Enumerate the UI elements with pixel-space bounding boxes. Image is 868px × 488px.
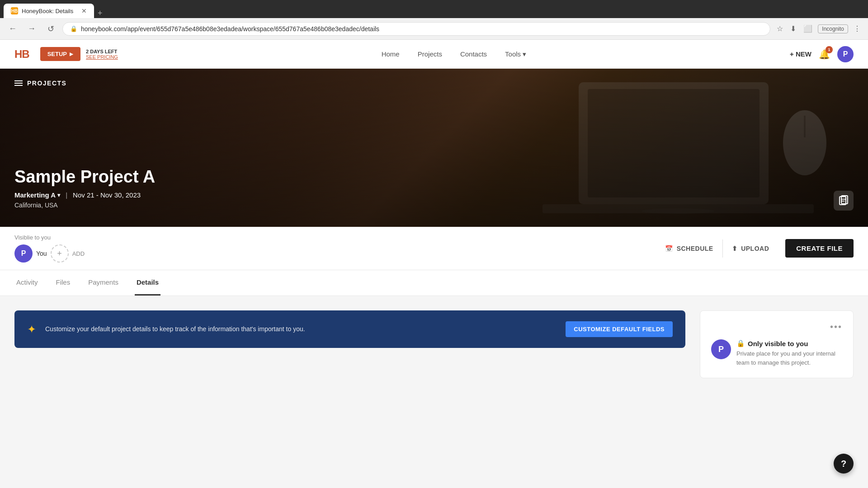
panel-avatar: P <box>711 339 731 359</box>
hero-action-button[interactable] <box>834 191 854 211</box>
upload-icon: ⬆ <box>732 245 738 252</box>
tab-close-button[interactable]: ✕ <box>81 7 87 14</box>
hero-meta: Markerting A ▾ | Nov 21 - Nov 30, 2023 <box>14 191 155 199</box>
toolbar-icons: ☆ ⬇ ⬜ Incognito ⋮ <box>775 23 863 35</box>
panel-dots-menu[interactable]: ••• <box>830 322 842 332</box>
panel-lock-icon: 🔒 <box>736 339 745 347</box>
date-range: Nov 21 - Nov 30, 2023 <box>73 191 141 199</box>
app-header: HB SETUP ▶ 2 DAYS LEFT SEE PRICING Home … <box>0 40 868 69</box>
customize-default-fields-button[interactable]: CUSTOMIZE DEFAULT FIELDS <box>566 321 673 337</box>
notifications-button[interactable]: 🔔 1 <box>819 49 830 60</box>
reload-button[interactable]: ↺ <box>43 22 58 36</box>
nav-tools[interactable]: Tools ▾ <box>505 50 526 58</box>
forward-button[interactable]: → <box>24 22 39 36</box>
hamburger-icon[interactable] <box>14 80 23 86</box>
user-avatar[interactable]: P <box>837 46 854 62</box>
panel-user: P 🔒 Only visible to you Private place fo… <box>711 339 842 367</box>
setup-arrow-icon: ▶ <box>70 52 73 56</box>
you-label: You <box>36 250 47 257</box>
see-pricing-link[interactable]: SEE PRICING <box>86 54 118 60</box>
project-hero: PROJECTS Sample Project A Markerting A ▾… <box>0 69 868 227</box>
upload-button[interactable]: ⬆ UPLOAD <box>723 240 778 257</box>
chrome-menu-icon[interactable]: ⋮ <box>852 23 863 35</box>
panel-title-text: Only visible to you <box>748 340 808 347</box>
browser-toolbar: ← → ↺ 🔒 honeybook.com/app/event/655d767a… <box>0 18 868 40</box>
back-button[interactable]: ← <box>5 22 20 36</box>
panel-description: Private place for you and your internal … <box>736 349 842 367</box>
projects-nav-label: PROJECTS <box>27 80 66 87</box>
add-member-button[interactable]: + <box>51 244 69 263</box>
incognito-badge: Incognito <box>818 24 848 33</box>
lock-icon: 🔒 <box>70 25 77 32</box>
svg-rect-7 <box>841 196 848 204</box>
app-logo: HB <box>14 48 29 61</box>
schedule-button[interactable]: 📅 SCHEDULE <box>656 240 722 257</box>
panel-header: ••• <box>711 322 842 332</box>
hero-content: Sample Project A Markerting A ▾ | Nov 21… <box>14 167 155 209</box>
download-icon[interactable]: ⬇ <box>788 23 798 35</box>
url-bar[interactable]: 🔒 honeybook.com/app/event/655d767a5e486b… <box>62 22 770 36</box>
banner-star-icon: ✦ <box>27 323 36 336</box>
project-title: Sample Project A <box>14 167 155 187</box>
project-location: California, USA <box>14 202 155 209</box>
nav-projects[interactable]: Projects <box>418 50 442 58</box>
team-avatars: P You + ADD <box>14 244 656 263</box>
add-label: ADD <box>72 250 85 257</box>
notification-badge: 1 <box>826 46 833 53</box>
extension-icon[interactable]: ⬜ <box>802 23 814 35</box>
nav-contacts[interactable]: Contacts <box>460 50 487 58</box>
bookmark-icon[interactable]: ☆ <box>775 23 785 35</box>
right-panel: ••• P 🔒 Only visible to you Private plac… <box>700 310 854 378</box>
workspace-actions: 📅 SCHEDULE ⬆ UPLOAD CREATE FILE <box>656 239 854 258</box>
tab-favicon: HB <box>11 7 18 14</box>
content-left: ✦ Customize your default project details… <box>14 310 685 378</box>
setup-label: SETUP <box>47 51 67 57</box>
nav-home[interactable]: Home <box>382 50 400 58</box>
project-tabs: Activity Files Payments Details <box>0 270 868 296</box>
client-chevron-icon: ▾ <box>57 192 60 198</box>
days-left-text: 2 DAYS LEFT <box>86 49 118 54</box>
app-nav: Home Projects Contacts Tools ▾ <box>118 50 790 58</box>
panel-text: 🔒 Only visible to you Private place for … <box>736 339 842 367</box>
trial-info: 2 DAYS LEFT SEE PRICING <box>86 49 118 60</box>
tab-payments[interactable]: Payments <box>86 270 120 296</box>
content-right: ••• P 🔒 Only visible to you Private plac… <box>700 310 854 378</box>
user-avatar-team: P <box>14 244 33 263</box>
main-content: ✦ Customize your default project details… <box>0 296 868 393</box>
workspace-bar: Visiblie to you P You + ADD 📅 SCHEDULE ⬆… <box>0 227 868 270</box>
url-text: honeybook.com/app/event/655d767a5e486b08… <box>81 25 379 33</box>
new-tab-button[interactable]: + <box>94 9 106 18</box>
tab-details[interactable]: Details <box>135 270 160 296</box>
schedule-label: SCHEDULE <box>677 245 713 252</box>
active-browser-tab[interactable]: HB HoneyBook: Details ✕ <box>4 4 94 18</box>
tab-activity[interactable]: Activity <box>14 270 40 296</box>
client-name[interactable]: Markerting A ▾ <box>14 191 60 199</box>
upload-label: UPLOAD <box>741 245 769 252</box>
schedule-icon: 📅 <box>665 245 673 252</box>
help-button[interactable]: ? <box>834 454 854 474</box>
info-banner: ✦ Customize your default project details… <box>14 310 685 348</box>
client-name-text: Markerting A <box>14 191 56 199</box>
workspace-bar-inner: Visiblie to you P You + ADD 📅 SCHEDULE ⬆… <box>14 234 854 263</box>
new-button[interactable]: + NEW <box>790 50 811 58</box>
header-right: + NEW 🔔 1 P <box>790 46 854 62</box>
meta-separator: | <box>66 191 67 199</box>
panel-title: 🔒 Only visible to you <box>736 339 842 347</box>
workspace-left: Visiblie to you P You + ADD <box>14 234 656 263</box>
setup-button[interactable]: SETUP ▶ <box>40 47 80 61</box>
tab-title: HoneyBook: Details <box>22 8 73 14</box>
create-file-button[interactable]: CREATE FILE <box>785 239 854 258</box>
browser-chrome: HB HoneyBook: Details ✕ + <box>0 0 868 18</box>
visible-label: Visiblie to you <box>14 234 656 241</box>
browser-tabs: HB HoneyBook: Details ✕ + <box>4 0 106 18</box>
tab-files[interactable]: Files <box>54 270 72 296</box>
banner-text: Customize your default project details t… <box>45 324 557 334</box>
projects-nav[interactable]: PROJECTS <box>14 80 66 87</box>
